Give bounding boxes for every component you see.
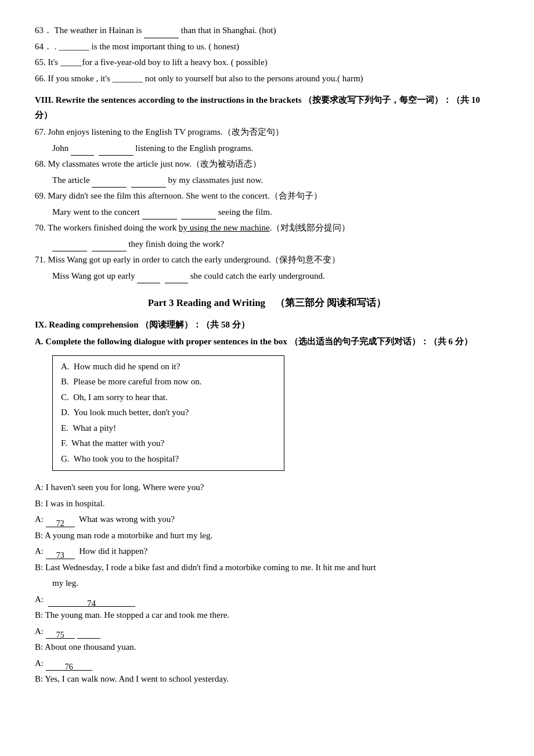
dialogue-line-9: A: 75 (35, 624, 499, 639)
q71-blank2[interactable] (165, 273, 188, 283)
q63-line: 63． The weather in Hainan is than that i… (35, 23, 499, 38)
q74-blank[interactable]: 74 (48, 596, 135, 607)
q64-num: 64． (35, 42, 52, 51)
partA-title: A. Complete the following dialogue with … (35, 334, 499, 350)
q63-text: The weather in Hainan is (54, 26, 142, 35)
q63-text2: than that in Shanghai. (hot) (181, 26, 276, 35)
dialogue-line-2: B: I was in hospital. (35, 496, 499, 512)
option-d: D. You look much better, don't you? (61, 405, 276, 420)
q63-blank[interactable] (144, 28, 179, 38)
q69-num: 69. (35, 191, 46, 200)
q71-line: 71. Miss Wang got up early in order to c… (35, 253, 499, 268)
q71-blank1[interactable] (137, 273, 160, 283)
dialogue-line-8: B: The young man. He stopped a car and t… (35, 608, 499, 623)
q64-line: 64． . _______ is the most important thin… (35, 39, 499, 55)
q72-blank[interactable]: 72 (46, 517, 75, 527)
dialogue-line-6b: my leg. (52, 576, 499, 591)
part3-title: Part 3 Reading and Writing (148, 297, 265, 308)
q67-answer: John listening to the English programs. (52, 141, 499, 156)
part3-header: Part 3 Reading and Writing （第三部分 阅读和写话） (35, 295, 499, 312)
partA-cn: （选出适当的句子完成下列对话）：（共 6 分） (290, 337, 472, 346)
q73-blank[interactable]: 73 (46, 549, 75, 559)
option-c: C. Oh, I am sorry to hear that. (61, 390, 276, 405)
q67-line: 67. John enjoys listening to the English… (35, 125, 499, 140)
q70-line: 70. The workers finished doing the work … (35, 221, 499, 236)
part3-title-cn: （第三部分 阅读和写话） (275, 297, 386, 308)
q75-blank2[interactable] (77, 628, 100, 639)
q65-line: 65. It's _____for a five-year-old boy to… (35, 55, 499, 70)
dialogue-line-12: B: Yes, I can walk now. And I went to sc… (35, 672, 499, 687)
q68-answer: The article by my classmates just now. (52, 173, 499, 188)
q65-text: It's _____for a five-year-old boy to lif… (48, 57, 268, 67)
option-a: A. How much did he spend on it? (61, 359, 276, 375)
q66-line: 66. If you smoke , it's _______ not only… (35, 71, 499, 87)
questions-63-66: 63． The weather in Hainan is than that i… (35, 23, 499, 86)
q67-blank1[interactable] (71, 145, 94, 156)
section-ix-title-cn: （阅读理解）：（共 58 分） (140, 320, 250, 329)
q71-num: 71. (35, 255, 46, 264)
q69-blank2[interactable] (181, 209, 216, 219)
dialogue-line-1: A: I haven't seen you for long. Where we… (35, 480, 499, 495)
q70-blank1[interactable] (52, 241, 87, 251)
partA-title-text: A. Complete the following dialogue with … (35, 337, 287, 346)
q70-blank2[interactable] (92, 241, 127, 251)
q69-answer: Mary went to the concert seeing the film… (52, 205, 499, 220)
dialogue-line-3: A: 72 What was wrong with you? (35, 512, 499, 527)
dialogue-line-10: B: About one thousand yuan. (35, 640, 499, 655)
q64-text: . _______ is the most important thing to… (55, 42, 239, 51)
dialogue-line-6: B: Last Wednesday, I rode a bike fast an… (35, 560, 499, 575)
section-ix-title: IX. Reading comprehension (35, 320, 139, 329)
dialogue-line-5: A: 73 How did it happen? (35, 544, 499, 559)
q66-num: 66. (35, 74, 46, 83)
option-e: E. What a pity! (61, 421, 276, 436)
q67-num: 67. (35, 127, 46, 136)
q70-answer: they finish doing the work? (52, 237, 499, 252)
q70-underlined: by using the new machine (179, 223, 270, 232)
dialogue-line-7: A: 74 (35, 592, 499, 607)
options-box: A. How much did he spend on it? B. Pleas… (52, 355, 284, 471)
dialogue-line-4: B: A young man rode a motorbike and hurt… (35, 528, 499, 543)
section-viii-header: VIII. Rewrite the sentences according to… (35, 93, 499, 123)
q67-blank2[interactable] (99, 145, 134, 156)
q76-blank[interactable]: 76 (46, 660, 92, 671)
dialogue: A: I haven't seen you for long. Where we… (35, 480, 499, 687)
q66-text: If you smoke , it's _______ not only to … (48, 74, 363, 83)
option-b: B. Please be more careful from now on. (61, 375, 276, 390)
q65-num: 65. (35, 57, 46, 67)
q75-blank[interactable]: 75 (46, 628, 75, 639)
q69-line: 69. Mary didn't see the film this aftern… (35, 189, 499, 204)
q68-blank2[interactable] (131, 177, 166, 188)
q63-num: 63． (35, 26, 52, 35)
q69-blank1[interactable] (142, 209, 177, 219)
q71-answer: Miss Wang got up early she could catch t… (52, 269, 499, 284)
section-viii: VIII. Rewrite the sentences according to… (35, 93, 499, 283)
section-viii-title: VIII. Rewrite the sentences according to… (35, 95, 302, 105)
q68-line: 68. My classmates wrote the article just… (35, 157, 499, 172)
option-f: F. What the matter with you? (61, 436, 276, 451)
q68-blank1[interactable] (92, 177, 127, 188)
section-ix: IX. Reading comprehension （阅读理解）：（共 58 分… (35, 318, 499, 687)
dialogue-line-11: A: 76 (35, 656, 499, 671)
exam-content: 63． The weather in Hainan is than that i… (35, 23, 499, 687)
q68-num: 68. (35, 159, 46, 168)
q70-num: 70. (35, 223, 46, 232)
option-g: G. Who took you to the hospital? (61, 452, 276, 467)
section-ix-header: IX. Reading comprehension （阅读理解）：（共 58 分… (35, 318, 499, 333)
